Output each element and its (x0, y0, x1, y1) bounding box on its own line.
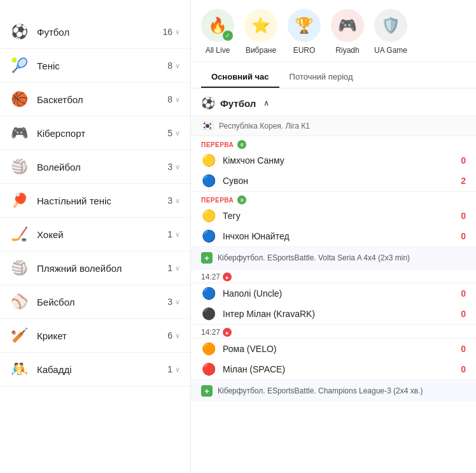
sidebar-item-beachvolley[interactable]: 🏐 Пляжний волейбол 1 ∨ (0, 251, 190, 285)
sidebar-item-cricket[interactable]: 🏏 Крикет 6 ∨ (0, 319, 190, 353)
sport-icon-tennis: 🎾 (10, 57, 28, 74)
sport-count-football: 16 ∨ (162, 27, 180, 37)
category-item-favorites[interactable]: ⭐ Вибране (244, 9, 277, 55)
league-name-k1: Республіка Корея. Ліга К1 (219, 122, 310, 131)
match-score: 0 (453, 364, 466, 374)
section-icon-football: ⚽ (201, 96, 215, 110)
score-dot-m1: 0 (237, 140, 246, 149)
sidebar-item-esports[interactable]: 🎮 Кіберспорт 5 ∨ (0, 116, 190, 150)
sport-count-volleyball: 3 ∨ (167, 162, 180, 172)
sport-icon-baseball: ⚾ (10, 293, 28, 310)
match-score: 0 (453, 288, 466, 299)
league-header-k1[interactable]: 🇰🇷 Республіка Корея. Ліга К1 (191, 115, 476, 136)
chevron-icon: ∨ (175, 95, 180, 104)
section-expand-icon-football: ∧ (263, 99, 269, 108)
sidebar-item-tennis[interactable]: 🎾 Теніс 8 ∨ (0, 49, 190, 83)
time-text-es1: 14:27 (201, 272, 220, 281)
sport-count-hockey: 1 ∨ (167, 229, 180, 239)
esports-row-es3[interactable]: + Кіберфутбол. ESportsBattle. Champions … (191, 379, 476, 402)
team-logo: 🟡 (201, 209, 216, 223)
sport-count-cricket: 6 ∨ (167, 330, 180, 341)
sport-count-esports: 5 ∨ (167, 128, 180, 138)
tab-current-period[interactable]: Поточний період (279, 67, 363, 88)
esports-plus-icon: + (201, 385, 213, 397)
sport-count-kabaddi: 1 ∨ (167, 364, 180, 374)
sport-label-volleyball: Волейбол (37, 162, 158, 173)
section-header-football[interactable]: ⚽ Футбол ∧ (191, 88, 476, 115)
esports-team-row-m4-1[interactable]: 🔴 Мілан (SPACE) 0 (191, 359, 476, 379)
sport-icon-tabletennis: 🏓 (10, 192, 28, 209)
categories-row: 🔥 ✓ All Live ⭐ Вибране 🏆 EURO 🎮 Riyadh 🛡… (191, 0, 476, 62)
category-item-euro[interactable]: 🏆 EURO (288, 9, 321, 55)
category-label-favorites: Вибране (246, 46, 276, 55)
esports-match-block-m4: 🟠 Рома (VELO) 0 🔴 Мілан (SPACE) 0 (191, 338, 476, 379)
sport-icon-cricket: 🏏 (10, 327, 28, 344)
sport-label-basketball: Баскетбол (37, 94, 158, 105)
sidebar-header (0, 0, 190, 15)
sport-icon-kabaddi: 🤼 (10, 361, 28, 378)
team-logo: 🔵 (201, 286, 216, 300)
match-team-row-m1-0[interactable]: 🟡 Кімхчон Санму 0 (191, 150, 476, 171)
category-icon-ua-game: 🛡️ (374, 9, 407, 42)
league-flag-k1: 🇰🇷 (201, 120, 214, 132)
category-item-ua-game[interactable]: 🛡️ UA Game (374, 9, 407, 55)
team-name: Кімхчон Санму (223, 155, 447, 166)
team-name: Тегу (223, 211, 447, 221)
sport-icon-basketball: 🏀 (10, 91, 28, 108)
category-item-riyadh[interactable]: 🎮 Riyadh (331, 9, 364, 55)
category-label-ua-game: UA Game (374, 46, 407, 55)
match-team-row-m1-1[interactable]: 🔵 Сувон 2 (191, 171, 476, 191)
match-team-row-m2-1[interactable]: 🔵 Інчхон Юнайтед 0 (191, 226, 476, 246)
sport-icon-beachvolley: 🏐 (10, 260, 28, 276)
match-score: 0 (453, 309, 466, 319)
match-score: 0 (453, 231, 466, 241)
esports-team-row-m3-0[interactable]: 🔵 Наполі (Uncle) 0 (191, 283, 476, 304)
time-text-es2: 14:27 (201, 328, 220, 337)
category-label-riyadh: Riyadh (335, 46, 359, 55)
sidebar-item-football[interactable]: ⚽ Футбол 16 ∨ (0, 15, 190, 49)
team-logo: ⚫ (201, 307, 216, 321)
check-badge: ✓ (223, 31, 233, 41)
team-name: Мілан (SPACE) (223, 364, 447, 374)
live-dot-es1 (223, 272, 232, 281)
sport-count-tennis: 8 ∨ (167, 60, 180, 71)
category-label-euro: EURO (293, 46, 316, 55)
time-badge-es1: 14:27 (191, 269, 476, 283)
sidebar-item-kabaddi[interactable]: 🤼 Кабадді 1 ∨ (0, 353, 190, 386)
esports-row-es1[interactable]: + Кіберфутбол. ESportsBattle. Volta Seri… (191, 246, 476, 269)
sidebar-item-baseball[interactable]: ⚾ Бейсбол 3 ∨ (0, 285, 190, 319)
sport-label-beachvolley: Пляжний волейбол (37, 263, 158, 274)
sport-label-cricket: Крикет (37, 330, 158, 341)
sidebar-items-list: ⚽ Футбол 16 ∨ 🎾 Теніс 8 ∨ 🏀 Баскетбол 8 … (0, 15, 190, 386)
category-item-all-live[interactable]: 🔥 ✓ All Live (201, 9, 234, 55)
sidebar-item-hockey[interactable]: 🏒 Хокей 1 ∨ (0, 218, 190, 251)
team-logo: 🔵 (201, 229, 216, 243)
sport-count-baseball: 3 ∨ (167, 297, 180, 307)
sidebar-item-tabletennis[interactable]: 🏓 Настільний теніс 3 ∨ (0, 184, 190, 218)
team-name: Наполі (Uncle) (223, 288, 447, 299)
esports-team-row-m4-0[interactable]: 🟠 Рома (VELO) 0 (191, 339, 476, 359)
chevron-icon: ∨ (175, 62, 180, 70)
sidebar-item-volleyball[interactable]: 🏐 Волейбол 3 ∨ (0, 150, 190, 184)
sport-count-beachvolley: 1 ∨ (167, 263, 180, 273)
match-team-row-m2-0[interactable]: 🟡 Тегу 0 (191, 206, 476, 226)
esports-plus-icon: + (201, 252, 213, 264)
categories-list: 🔥 ✓ All Live ⭐ Вибране 🏆 EURO 🎮 Riyadh 🛡… (201, 9, 407, 55)
sidebar-item-basketball[interactable]: 🏀 Баскетбол 8 ∨ (0, 83, 190, 116)
team-name: Сувон (223, 176, 447, 186)
chevron-icon: ∨ (175, 298, 180, 306)
tab-main-time[interactable]: Основний час (201, 67, 279, 88)
status-badge-m1: ПЕРЕРВА (201, 141, 234, 148)
chevron-icon: ∨ (175, 129, 180, 138)
category-icon-euro: 🏆 (288, 9, 321, 42)
sport-label-baseball: Бейсбол (37, 297, 158, 307)
tabs-row: Основний часПоточний період (191, 62, 476, 88)
team-name: Інтер Мілан (KravaRK) (223, 309, 447, 319)
sidebar: ⚽ Футбол 16 ∨ 🎾 Теніс 8 ∨ 🏀 Баскетбол 8 … (0, 0, 191, 473)
category-icon-all-live: 🔥 ✓ (201, 9, 234, 42)
category-label-all-live: All Live (206, 46, 230, 55)
esports-team-row-m3-1[interactable]: ⚫ Інтер Мілан (KravaRK) 0 (191, 304, 476, 324)
status-badge-m2: ПЕРЕРВА (201, 197, 234, 204)
sport-label-esports: Кіберспорт (37, 128, 158, 139)
sport-icon-hockey: 🏒 (10, 226, 28, 243)
